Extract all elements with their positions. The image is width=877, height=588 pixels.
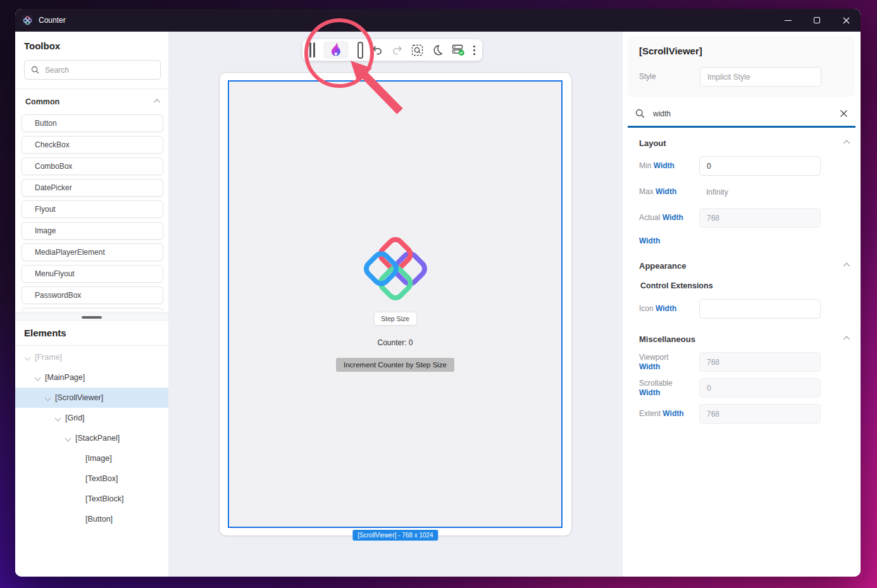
property-row-extent-width: Extent Width xyxy=(639,404,849,424)
design-canvas[interactable]: Step Size Counter: 0 Increment Counter b… xyxy=(168,32,623,577)
toolbox-item-combobox[interactable]: ComboBox xyxy=(22,157,163,175)
toolbox-search[interactable] xyxy=(24,60,161,80)
toolbox-item-list: Button CheckBox ComboBox DatePicker Flyo… xyxy=(15,113,168,311)
tree-item-scrollviewer[interactable]: [ScrollViewer] xyxy=(15,388,168,408)
section-layout[interactable]: Layout xyxy=(639,129,849,156)
section-label: Appearance xyxy=(639,261,686,271)
splitter-grip-handle[interactable] xyxy=(82,316,102,319)
app-window: Counter Toolbox xyxy=(15,9,861,577)
chevron-up-icon[interactable] xyxy=(843,263,850,269)
window-controls xyxy=(773,9,861,32)
property-label: Min Width xyxy=(639,161,699,171)
extent-width-input xyxy=(699,404,821,424)
toolbox-item-partial[interactable] xyxy=(22,308,163,311)
titlebar: Counter xyxy=(15,9,861,32)
toolbar-drag-handle[interactable] xyxy=(309,42,315,58)
app-screen-scrollviewer[interactable]: Step Size Counter: 0 Increment Counter b… xyxy=(228,80,563,528)
properties-search-input[interactable] xyxy=(653,109,831,118)
hot-design-flame-button[interactable] xyxy=(323,41,349,59)
toolbox-search-input[interactable] xyxy=(45,66,154,75)
search-icon xyxy=(635,109,645,118)
toolbox-item-label: Image xyxy=(35,226,56,235)
tree-item-image[interactable]: [Image] xyxy=(15,448,168,469)
toolbox-item-menuflyout[interactable]: MenuFlyout xyxy=(22,265,163,283)
chevron-up-icon[interactable] xyxy=(843,140,850,147)
section-appearance[interactable]: Appearance xyxy=(639,252,849,279)
property-label: ScrollableWidth xyxy=(639,379,699,398)
max-width-value: Infinity xyxy=(699,188,728,197)
tree-item-label: [Image] xyxy=(85,454,112,463)
connection-status-button[interactable] xyxy=(452,44,465,56)
actual-width-input xyxy=(699,208,821,228)
tree-item-label: [StackPanel] xyxy=(75,434,120,443)
fit-to-selection-button[interactable] xyxy=(411,44,423,56)
selection-size-badge: [ScrollViewer] - 768 x 1024 xyxy=(352,530,438,541)
undo-button[interactable] xyxy=(371,44,383,56)
properties-search[interactable] xyxy=(628,102,855,128)
tree-item-label: [MainPage] xyxy=(45,373,85,382)
subsection-control-extensions: Control Extensions xyxy=(639,279,849,299)
toolbox-item-mediaplayerelement[interactable]: MediaPlayerElement xyxy=(22,243,163,261)
maximize-button[interactable] xyxy=(802,9,831,32)
tree-item-mainpage[interactable]: [MainPage] xyxy=(15,367,168,388)
icon-width-input[interactable] xyxy=(699,299,821,319)
min-width-input[interactable] xyxy=(699,156,821,176)
chevron-down-icon[interactable] xyxy=(35,374,41,381)
toolbox-item-label: Button xyxy=(35,119,57,128)
chevron-down-icon[interactable] xyxy=(25,354,31,360)
toolbox-item-label: PasswordBox xyxy=(35,291,81,300)
app-logo-icon xyxy=(22,15,33,26)
clear-search-icon[interactable] xyxy=(840,109,848,118)
properties-header-card: [ScrollViewer] Style xyxy=(628,36,855,97)
close-button[interactable] xyxy=(831,9,861,32)
property-label: Max Width xyxy=(639,187,699,197)
flame-icon xyxy=(329,42,343,58)
toolbox-item-label: CheckBox xyxy=(35,140,70,149)
property-row-scrollable-width: ScrollableWidth xyxy=(639,378,849,398)
tree-item-frame[interactable]: [Frame] xyxy=(15,347,168,367)
toolbox-item-button[interactable]: Button xyxy=(22,114,163,132)
toolbox-item-flyout[interactable]: Flyout xyxy=(22,200,163,218)
toolbox-item-image[interactable]: Image xyxy=(22,222,163,240)
redo-button[interactable] xyxy=(392,44,403,56)
selected-element-title: [ScrollViewer] xyxy=(639,46,843,56)
section-miscellaneous[interactable]: Miscellaneous xyxy=(639,325,849,352)
chevron-up-icon[interactable] xyxy=(154,99,160,105)
toolbox-item-datepicker[interactable]: DatePicker xyxy=(22,179,163,197)
chevron-up-icon[interactable] xyxy=(843,336,850,343)
uno-platform-logo[interactable] xyxy=(363,236,428,302)
property-label: Extent Width xyxy=(639,409,699,419)
section-label: Common xyxy=(25,97,59,106)
toolbox-item-checkbox[interactable]: CheckBox xyxy=(22,136,163,154)
counter-textblock: Counter: 0 xyxy=(377,338,413,347)
property-row-actual-width: Actual Width xyxy=(639,208,849,228)
tree-item-textbox[interactable]: [TextBox] xyxy=(15,469,168,489)
increment-counter-button[interactable]: Increment Counter by Step Size xyxy=(336,358,454,372)
left-sidebar: Toolbox Common Button CheckBox ComboBox xyxy=(15,32,168,577)
chevron-down-icon[interactable] xyxy=(55,415,61,421)
device-preview-frame[interactable]: Step Size Counter: 0 Increment Counter b… xyxy=(219,72,572,536)
property-row-min-width: Min Width xyxy=(639,156,849,176)
theme-toggle-button[interactable] xyxy=(432,44,443,56)
search-icon xyxy=(31,66,39,74)
floating-toolbar xyxy=(302,39,482,61)
tree-item-grid[interactable]: [Grid] xyxy=(15,408,168,428)
toolbox-item-label: DatePicker xyxy=(35,183,72,192)
toolbox-item-passwordbox[interactable]: PasswordBox xyxy=(22,286,163,304)
property-row-width: Width xyxy=(639,234,849,248)
property-row-viewport-width: ViewportWidth xyxy=(639,352,849,372)
step-size-textbox[interactable]: Step Size xyxy=(374,312,417,326)
style-input[interactable] xyxy=(700,67,821,87)
chevron-down-icon[interactable] xyxy=(65,435,72,441)
undo-icon xyxy=(371,44,383,56)
fit-to-selection-icon xyxy=(411,44,423,56)
toolbox-section-common[interactable]: Common xyxy=(24,89,161,113)
property-label: Width xyxy=(639,236,699,246)
chevron-down-icon[interactable] xyxy=(45,395,51,401)
tree-item-stackpanel[interactable]: [StackPanel] xyxy=(15,428,168,448)
tree-item-textblock[interactable]: [TextBlock] xyxy=(15,489,168,509)
minimize-button[interactable] xyxy=(773,9,802,32)
more-options-button[interactable] xyxy=(473,46,475,55)
tree-item-button[interactable]: [Button] xyxy=(15,509,168,529)
panel-splitter[interactable] xyxy=(15,312,168,321)
